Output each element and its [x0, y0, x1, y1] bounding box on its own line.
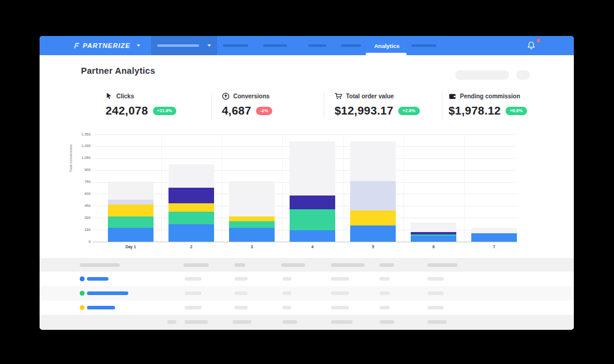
kpi-change-badge: +2.8% [398, 107, 419, 115]
x-tick-label: 2 [173, 245, 209, 249]
x-tick-label: 7 [476, 245, 512, 249]
header-cell-skeleton [380, 263, 394, 267]
bar-stack-6[interactable] [411, 134, 456, 242]
bar-segment-yellow [168, 203, 214, 211]
vertical-gridline [161, 134, 162, 242]
bar-segment-green [411, 234, 456, 236]
bar-segment-indigo [168, 188, 214, 204]
x-tick-label: 5 [355, 245, 391, 249]
cell-skeleton [331, 277, 349, 281]
partner-link-skeleton[interactable] [87, 277, 109, 281]
cell-skeleton [234, 306, 248, 309]
table-footer-row [40, 315, 574, 330]
bar-segment-indigo [411, 232, 456, 234]
kpi-change-badge: +0.6% [505, 107, 526, 115]
kpi-label: Clicks [116, 93, 134, 100]
bar-stack-2[interactable] [168, 134, 214, 242]
legend-dot [80, 305, 85, 310]
kpi-label: Pending commission [460, 93, 520, 100]
bar-segment-blue [168, 224, 214, 242]
header-action-skeleton[interactable] [516, 70, 530, 80]
bar-stack-1[interactable] [108, 134, 154, 242]
tab-analytics-label: Analytics [374, 43, 399, 49]
partner-link-skeleton[interactable] [87, 306, 115, 309]
cell-skeleton [185, 277, 201, 281]
gridline [93, 242, 517, 242]
cell-skeleton [380, 306, 390, 309]
chevron-down-icon [137, 44, 140, 47]
footer-cell-skeleton [331, 320, 353, 324]
x-tick-label: Day 1 [113, 245, 149, 249]
cell-skeleton [380, 277, 390, 281]
bar-stack-3[interactable] [229, 134, 275, 242]
bar-segment-blue [229, 228, 275, 242]
nav-item-skeleton-5[interactable] [411, 44, 437, 47]
kpi-change-badge: +11.6% [153, 107, 176, 115]
y-tick-label: 450 [75, 204, 91, 207]
vertical-gridline [464, 134, 465, 242]
bar-segment-gray [411, 222, 456, 233]
notifications-button[interactable] [525, 39, 541, 52]
bar-segment-blue [471, 233, 517, 242]
y-tick-label: 750 [75, 180, 91, 183]
x-tick-label: 4 [294, 245, 330, 249]
cell-skeleton [428, 306, 444, 309]
arrow-up-circle-icon [222, 92, 230, 100]
notification-dot [537, 39, 540, 43]
cart-icon [335, 92, 342, 100]
bar-segment-gray [108, 182, 154, 200]
chevron-down-icon [207, 44, 211, 47]
conversions-chart: 01503004506007509001,0501,2001,350Day 12… [93, 134, 517, 242]
bar-stack-4[interactable] [290, 134, 335, 242]
kpi-card-total-order-value: Total order value $12,993.17 +2.8% [335, 91, 420, 118]
header-cell-skeleton [234, 263, 245, 267]
bar-segment-yellow [229, 216, 275, 221]
screenshot-canvas: { "nav": { "brand": "PARTNERIZE", "activ… [0, 0, 614, 364]
kpi-divider [442, 92, 443, 119]
bar-stack-5[interactable] [350, 134, 396, 242]
footer-cell-skeleton [167, 320, 176, 324]
y-axis-label: Total conversions [69, 165, 73, 172]
brand-logo[interactable]: PARTNERIZE [73, 36, 140, 55]
y-tick-label: 1,350 [75, 133, 91, 136]
bar-segment-green [168, 212, 214, 224]
header-cell-skeleton [183, 263, 209, 267]
account-selector[interactable] [151, 36, 217, 55]
kpi-value: 242,078 [106, 104, 148, 118]
bar-segment-green [108, 216, 154, 228]
account-name-skeleton [157, 44, 199, 47]
y-tick-label: 600 [75, 192, 91, 195]
header-cell-skeleton [80, 263, 120, 267]
brand-name: PARTNERIZE [83, 42, 130, 49]
cell-skeleton [380, 291, 390, 295]
footer-cell-skeleton [380, 320, 395, 324]
legend-dot [80, 276, 85, 281]
legend-dot [80, 291, 85, 296]
header-cell-skeleton [281, 263, 305, 267]
partner-link-skeleton[interactable] [87, 291, 128, 295]
bar-segment-gray [350, 142, 396, 181]
bar-stack-7[interactable] [471, 134, 517, 242]
vertical-gridline [282, 134, 283, 242]
kpi-label: Conversions [233, 93, 270, 100]
cell-skeleton [234, 291, 248, 295]
bar-segment-green [290, 209, 335, 230]
nav-item-skeleton-3[interactable] [308, 44, 326, 47]
cell-skeleton [282, 306, 291, 309]
cell-skeleton [331, 291, 349, 295]
kpi-divider [324, 92, 324, 119]
partnerize-logo-icon [73, 43, 80, 49]
nav-item-skeleton-2[interactable] [263, 44, 287, 47]
wallet-icon [449, 92, 456, 100]
nav-item-skeleton-1[interactable] [223, 44, 248, 47]
top-nav: PARTNERIZE Analytics [40, 36, 574, 55]
bar-segment-blue [290, 230, 335, 242]
bar-segment-gray [290, 142, 335, 195]
bar-segment-blue [411, 236, 456, 242]
footer-cell-skeleton [282, 320, 297, 324]
header-cell-skeleton [331, 263, 365, 267]
date-range-skeleton[interactable] [455, 70, 509, 80]
kpi-card-pending-commission: Pending commission $1,978.12 +0.6% [449, 91, 527, 118]
footer-cell-skeleton [185, 320, 208, 324]
nav-item-skeleton-4[interactable] [341, 44, 361, 47]
